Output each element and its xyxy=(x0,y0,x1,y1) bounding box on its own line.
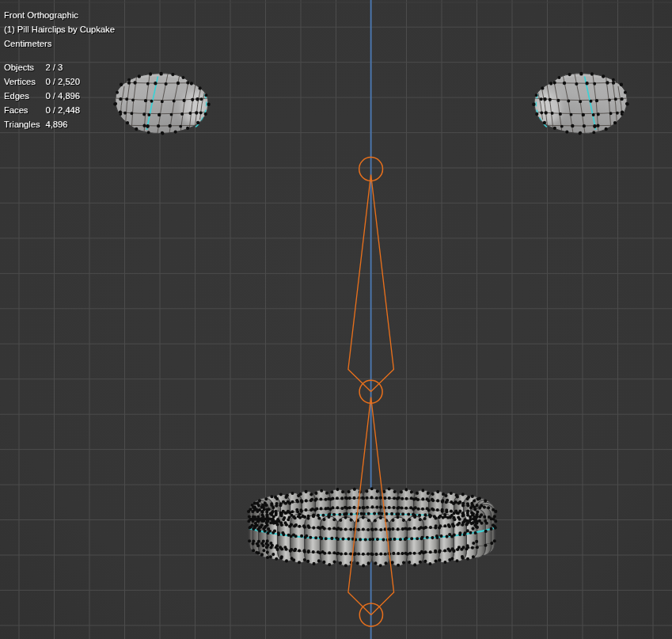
svg-text:(1) Pill Hairclips by Cupkake: (1) Pill Hairclips by Cupkake xyxy=(4,25,115,34)
svg-text:Vertices: Vertices xyxy=(4,77,36,86)
svg-text:Objects: Objects xyxy=(4,63,34,72)
svg-text:Faces: Faces xyxy=(4,105,28,115)
svg-text:Triangles: Triangles xyxy=(4,120,40,129)
svg-text:Centimeters: Centimeters xyxy=(4,39,52,48)
svg-text:Front Orthographic: Front Orthographic xyxy=(4,10,78,20)
svg-text:Edges: Edges xyxy=(4,91,29,101)
svg-text:4,896: 4,896 xyxy=(46,120,68,129)
svg-text:0 / 2,520: 0 / 2,520 xyxy=(46,77,81,86)
svg-text:2 / 3: 2 / 3 xyxy=(46,63,63,72)
svg-text:0 / 4,896: 0 / 4,896 xyxy=(46,91,81,101)
svg-text:0 / 2,448: 0 / 2,448 xyxy=(46,105,81,115)
